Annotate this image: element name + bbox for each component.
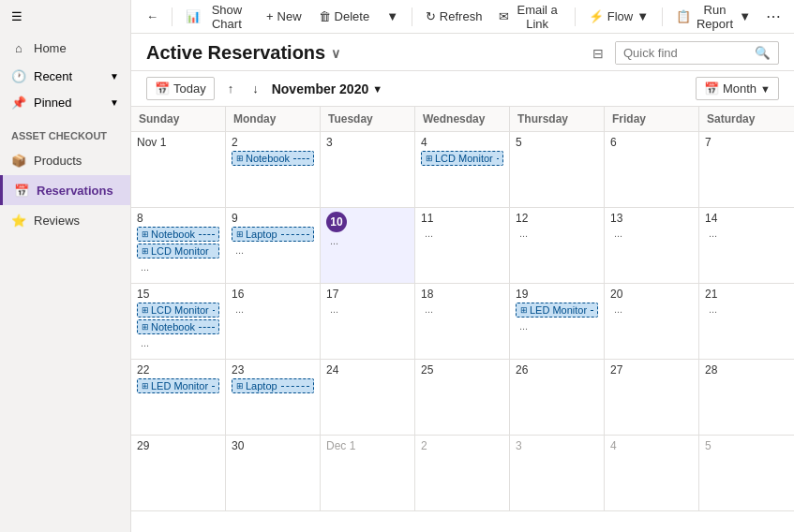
flow-button[interactable]: ⚡ Flow ▼ [581,6,656,27]
day-number: 23 [232,363,314,377]
back-button[interactable]: ← [139,6,166,27]
calendar-cell[interactable]: 22⊞LED Monitor [131,360,226,435]
new-button[interactable]: + New [259,6,309,27]
reviews-icon: ⭐ [11,213,26,228]
email-link-button[interactable]: ✉ Email a Link [491,0,569,35]
calendar-week-0: Nov 12⊞Notebook34⊞LCD Monitor567 [131,132,794,208]
calendar-event[interactable]: ⊞LED Monitor [137,378,219,393]
calendar-cell[interactable]: 4⊞LCD Monitor [415,132,510,207]
calendar-cell[interactable]: 27 [605,360,699,435]
more-events-dots[interactable]: ... [610,303,693,316]
calendar-cell[interactable]: 3 [321,132,415,207]
more-events-dots[interactable]: ... [610,227,693,240]
calendar-cell[interactable]: 11... [415,208,510,283]
day-number: 28 [705,363,788,377]
day-number: 4 [421,136,503,149]
event-dash [212,386,215,387]
calendar-cell[interactable]: 12... [510,208,605,283]
calendar-cell[interactable]: 17... [321,284,415,359]
calendar-event[interactable]: ⊞Notebook [137,319,219,334]
run-report-button[interactable]: 📋 Run Report ▼ [668,0,758,35]
calendar-cell[interactable]: 29 [131,436,226,510]
calendar-cell[interactable]: 21... [699,284,794,359]
calendar-event[interactable]: ⊞LCD Monitor [137,303,219,318]
more-events-dots[interactable]: ... [421,227,503,240]
next-month-button[interactable]: ↓ [247,78,264,99]
more-events-dots[interactable]: ... [705,227,788,240]
calendar-event[interactable]: ⊞Laptop [232,227,314,242]
more-options-button[interactable]: ⋯ [760,4,787,29]
hamburger-menu[interactable]: ☰ [0,0,130,33]
calendar-event[interactable]: ⊞Notebook [232,151,314,166]
calendar-event[interactable]: ⊞LED Monitor [516,303,598,318]
calendar-event[interactable]: ⊞Laptop [232,378,314,393]
calendar-cell[interactable]: 25 [415,360,510,435]
more-events-dots[interactable]: ... [232,244,314,257]
calendar-cell[interactable]: 15⊞LCD Monitor⊞Notebook... [131,284,226,359]
month-selector[interactable]: November 2020 ▼ [272,81,382,96]
calendar-cell[interactable]: 28 [699,360,794,435]
calendar-cell[interactable]: 2 [415,436,510,510]
sidebar-item-pinned-label: Pinned [34,96,71,110]
today-button[interactable]: 📅 Today [146,77,215,100]
toolbar-divider-1 [172,7,172,26]
run-report-dropdown-icon: ▼ [739,9,751,23]
calendar-cell[interactable]: 14... [699,208,794,283]
calendar-cell[interactable]: Dec 1 [321,436,415,510]
calendar-cell[interactable]: Nov 1 [131,132,226,207]
refresh-button[interactable]: ↻ Refresh [418,6,490,27]
sidebar-item-recent[interactable]: 🕐 Recent ▼ [0,63,130,89]
more-events-dots[interactable]: ... [137,260,219,273]
calendar-cell[interactable]: 10... [321,208,415,283]
day-number: 11 [421,212,503,225]
calendar-cell[interactable]: 5 [699,436,794,510]
more-events-dots[interactable]: ... [326,234,409,247]
more-events-dots[interactable]: ... [516,227,598,240]
more-events-dots[interactable]: ... [137,336,219,349]
more-events-dots[interactable]: ... [516,319,598,332]
calendar-cell[interactable]: 4 [605,436,699,510]
more-events-dots[interactable]: ... [421,303,503,316]
sidebar-item-products[interactable]: 📦 Products [0,145,130,175]
calendar-cell[interactable]: 20... [605,284,699,359]
calendar-cell[interactable]: 3 [510,436,605,510]
calendar-cell[interactable]: 8⊞Notebook⊞LCD Monitor... [131,208,226,283]
calendar-event[interactable]: ⊞LCD Monitor [137,244,219,259]
show-chart-button[interactable]: 📊 Show Chart [178,0,257,35]
calendar-cell[interactable]: 19⊞LED Monitor... [510,284,605,359]
calendar-cell[interactable]: 5 [510,132,605,207]
day-header-monday: Monday [226,107,321,131]
calendar-cell[interactable]: 13... [605,208,699,283]
sidebar-item-home[interactable]: ⌂ Home [0,33,130,63]
sidebar-item-reviews[interactable]: ⭐ Reviews [0,205,130,235]
page-title[interactable]: Active Reservations ∨ [146,42,340,64]
nav-bar: 📅 Today ↑ ↓ November 2020 ▼ 📅 Month ▼ [131,71,794,107]
calendar-event[interactable]: ⊞LCD Monitor [421,151,503,166]
calendar-event[interactable]: ⊞Notebook [137,227,219,242]
quick-find-button[interactable]: 🔍 [747,42,778,64]
filter-icon[interactable]: ⊟ [589,42,607,65]
calendar-cell[interactable]: 9⊞Laptop... [226,208,321,283]
calendar-cell[interactable]: 24 [321,360,415,435]
calendar-cell[interactable]: 18... [415,284,510,359]
delete-dropdown[interactable]: ▼ [379,6,406,27]
calendar-cell[interactable]: 6 [605,132,699,207]
more-events-dots[interactable]: ... [705,303,788,316]
calendar-cell[interactable]: 16... [226,284,321,359]
calendar-cell[interactable]: 7 [699,132,794,207]
prev-month-button[interactable]: ↑ [222,78,240,99]
calendar-cell[interactable]: 2⊞Notebook [226,132,321,207]
day-number: 22 [137,363,219,377]
more-events-dots[interactable]: ... [232,303,314,316]
more-events-dots[interactable]: ... [326,303,409,316]
calendar-week-4: 2930Dec 12345 [131,436,794,511]
calendar-cell[interactable]: 26 [510,360,605,435]
delete-button[interactable]: 🗑 Delete [311,6,378,27]
page-title-text: Active Reservations [146,42,325,64]
calendar-cell[interactable]: 23⊞Laptop [226,360,321,435]
view-selector[interactable]: 📅 Month ▼ [696,77,779,100]
calendar-cell[interactable]: 30 [226,436,321,510]
sidebar-item-pinned[interactable]: 📌 Pinned ▼ [0,89,130,115]
sidebar-item-reservations[interactable]: 📅 Reservations [0,175,130,205]
quick-find-input[interactable] [616,42,747,64]
